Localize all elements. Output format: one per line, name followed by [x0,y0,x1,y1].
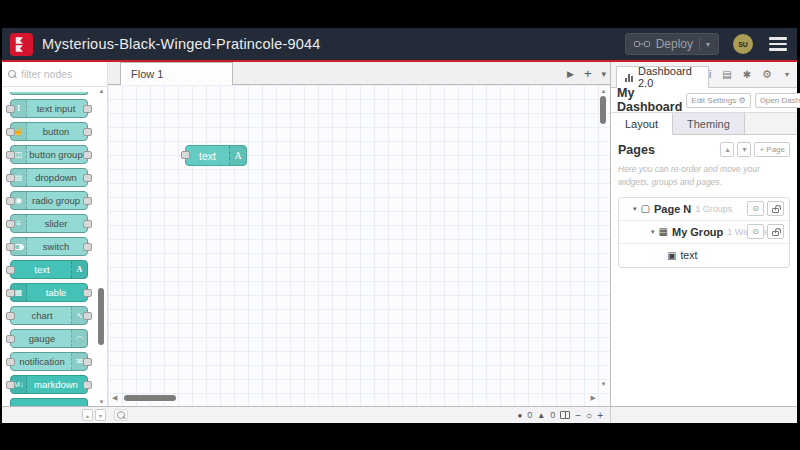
palette-node-chart[interactable]: ∿ chart [10,306,88,325]
lock-button[interactable] [767,201,784,216]
tab-scroll-right-icon[interactable]: ▶ [567,69,574,79]
warning-icon[interactable]: ▲ [537,411,545,420]
minimap-icon[interactable] [560,411,570,419]
scroll-down-icon[interactable]: ▾ [97,398,106,406]
node-palette: I text input ☝ button ◫ button group [2,62,108,406]
output-port [83,312,92,320]
widget-name: text [680,249,697,261]
palette-node-notification[interactable]: ✉ notification [10,352,88,371]
scroll-left-icon[interactable]: ◀ [112,394,117,402]
palette-node-text[interactable]: A text [10,260,88,279]
add-flow-button[interactable]: + [584,66,592,81]
palette-node-slider[interactable]: ≡ slider [10,214,88,233]
sidebar-subtabs: Layout Theming [611,113,797,135]
sidebar-toolbar: Dashboard 2.0 i ▤ ✱ ⚙ ▾ [611,62,797,88]
palette-search-input[interactable] [21,68,101,80]
output-port [83,128,92,136]
palette-node-markdown[interactable]: M↓ markdown [10,375,88,394]
scroll-up-icon[interactable]: ▴ [97,87,106,95]
deploy-button[interactable]: Deploy ▾ [625,33,719,55]
open-dashboard-button[interactable]: Open Dashboard ↗ [755,93,800,108]
move-page-down-button[interactable]: ▾ [737,142,751,157]
page-icon: ▢ [641,203,650,214]
visibility-button[interactable]: ⊙ [747,224,764,239]
input-port[interactable] [181,151,190,159]
canvas-horizontal-scrollbar[interactable]: ◀ ▶ [112,394,596,403]
zoom-out-button[interactable]: − [575,410,581,421]
tab-theming[interactable]: Theming [673,113,745,134]
edit-settings-button[interactable]: Edit Settings ⚙ [686,93,750,108]
flow-tab-bar: Flow 1 ▶ + ▾ [108,62,610,85]
info-icon[interactable]: i [709,69,711,80]
horizontal-scrollbar-thumb[interactable] [124,395,176,401]
help-icon[interactable]: ▤ [722,69,731,80]
error-icon[interactable]: ● [517,411,522,420]
palette-node-switch[interactable]: switch [10,237,88,256]
main-menu-button[interactable] [767,35,789,53]
group-count: 1 Groups [695,204,732,214]
input-port [6,151,15,159]
palette-node-list: I text input ☝ button ◫ button group [2,87,107,406]
palette-node-partial-bottom[interactable] [10,398,88,406]
right-sidebar: Dashboard 2.0 i ▤ ✱ ⚙ ▾ My Dashboard Edi… [610,62,797,406]
palette-scrollbar[interactable]: ▴ ▾ [97,87,106,406]
chevron-down-icon[interactable]: ▾ [651,228,655,236]
flow-canvas[interactable]: text A ▴ ▾ ◀ ▶ [108,85,610,406]
user-avatar[interactable]: SU [733,34,753,54]
visibility-button[interactable]: ⊙ [747,201,764,216]
deploy-chevron-icon[interactable]: ▾ [706,40,710,49]
add-page-button[interactable]: + Page [754,142,790,157]
gear-icon: ⚙ [738,96,745,105]
palette-node-button-group[interactable]: ◫ button group [10,145,88,164]
palette-node-text-input[interactable]: I text input [10,99,88,118]
input-port [6,266,15,274]
scroll-right-icon[interactable]: ▶ [591,394,596,402]
chevron-down-icon[interactable]: ▾ [633,205,637,213]
zoom-in-button[interactable]: + [597,410,603,421]
palette-footer-down-button[interactable]: ▾ [95,409,106,421]
screenshot-frame: Mysterious-Black-Winged-Pratincole-9044 … [0,0,800,450]
tab-menu-icon[interactable]: ▾ [601,69,606,79]
scroll-down-icon[interactable]: ▾ [599,380,608,388]
tab-dashboard-2[interactable]: Dashboard 2.0 [616,66,709,88]
move-page-up-button[interactable]: ▴ [720,142,734,157]
workspace-search-button[interactable] [114,409,128,421]
tab-flow-1[interactable]: Flow 1 [120,62,233,85]
tab-layout[interactable]: Layout [611,113,673,135]
status-controls: ● 0 ▲ 0 − ○ + [517,407,603,423]
palette-node-gauge[interactable]: ◠ gauge [10,329,88,348]
tree-row-group[interactable]: ▾ ▦ My Group 1 Widgets ⊙ [619,221,789,244]
palette-node-dropdown[interactable]: ▤ dropdown [10,168,88,187]
lock-button[interactable] [767,224,784,239]
tree-row-widget[interactable]: ▣ text [619,244,789,267]
zoom-reset-button[interactable]: ○ [586,410,592,421]
palette-node-partial-top[interactable] [10,92,88,95]
debug-icon[interactable]: ✱ [743,69,751,80]
canvas-vertical-scrollbar[interactable]: ▴ ▾ [599,87,608,388]
workspace-footer: ▴ ▾ ● 0 ▲ 0 − ○ + [2,406,797,423]
search-icon [117,411,125,419]
instance-title: Mysterious-Black-Winged-Pratincole-9044 [42,36,321,52]
output-port [83,358,92,366]
search-icon [8,70,16,78]
palette-footer-up-button[interactable]: ▴ [82,409,93,421]
tree-row-page[interactable]: ▾ ▢ Page N 1 Groups ⊙ [619,198,789,221]
config-gear-icon[interactable]: ⚙ [762,68,772,81]
output-port [83,151,92,159]
vertical-scrollbar-thumb[interactable] [600,96,606,124]
canvas-node-text[interactable]: text A [185,145,247,166]
palette-scrollbar-thumb[interactable] [98,288,104,345]
scroll-up-icon[interactable]: ▴ [599,87,608,95]
unlock-icon [772,208,779,213]
group-icon: ▦ [659,226,668,237]
input-port [6,174,15,182]
app-logo-icon [10,33,33,56]
sidebar-menu-chevron-icon[interactable]: ▾ [785,70,789,79]
deploy-label: Deploy [656,37,693,51]
palette-node-table[interactable]: ▦ table [10,283,88,302]
font-icon: A [71,261,87,278]
output-port [83,381,92,389]
palette-node-radio-group[interactable]: ◉ radio group [10,191,88,210]
palette-node-button[interactable]: ☝ button [10,122,88,141]
page-name: Page N [654,203,691,215]
